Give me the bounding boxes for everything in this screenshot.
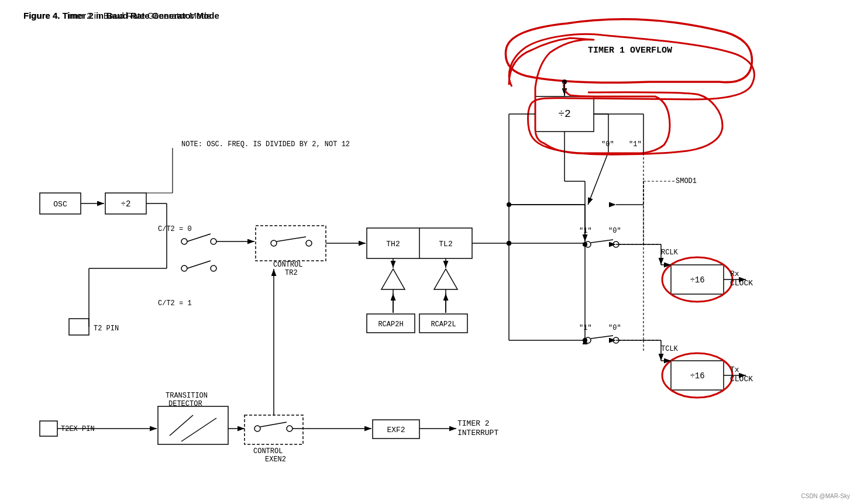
svg-line-59 [591,336,613,339]
svg-point-20 [211,265,216,271]
svg-point-11 [211,239,216,244]
rclk-label: RCLK [661,248,679,257]
ct2-0-label: C/T2 = 0 [158,225,192,233]
osc-label: OSC [53,200,67,209]
tr2-label: TR2 [285,269,298,277]
timer2-int-label2: INTERRUPT [457,429,498,437]
svg-marker-30 [381,269,405,289]
t2pin-text: T2 PIN [94,325,119,333]
detector-label: DETECTOR [168,400,202,408]
t2ex-label: T2EX PIN [61,425,95,433]
smod1-label: SMOD1 [676,177,697,185]
div16-rx-label: ÷16 [690,275,704,285]
page-container: Figure 4. Timer 2 in Baud Rate Generator… [0,0,857,504]
transition-label: TRANSITION [166,392,208,400]
val1-div2-label: "1" [629,140,642,149]
svg-rect-87 [245,415,303,444]
svg-rect-82 [40,421,57,436]
div2-left-label: ÷2 [121,199,131,209]
svg-rect-23 [256,226,326,261]
svg-point-24 [271,240,277,246]
svg-rect-78 [158,406,228,444]
tx-label: Tx [730,365,739,374]
val1-upper-label: "1" [579,227,592,235]
val0-div2-label: "0" [601,140,614,149]
svg-line-93 [256,261,274,269]
timer2-int-label1: TIMER 2 [457,419,490,428]
control-exen2-label: CONTROL [253,447,283,455]
rcap2l-label: RCAP2L [431,320,456,329]
rcap2h-label: RCAP2H [378,320,403,329]
svg-point-26 [306,240,312,246]
timer1-overflow-label: TIMER 1 OVERFLOW [588,46,672,56]
svg-line-10 [187,234,211,241]
tclk-label: TCLK [661,345,679,353]
note-text: NOTE: OSC. FREQ. IS DIVIDED BY 2, NOT 12 [181,140,350,149]
diagram-svg: OSC ÷2 NOTE: OSC. FREQ. IS DIVIDED BY 2,… [0,0,857,504]
val0-upper-label: "0" [608,227,621,235]
exen2-label: EXEN2 [265,455,286,464]
svg-line-76 [588,152,608,205]
watermark: CSDN @MAR-Sky [801,493,851,499]
tx-clock-label: CLOCK [730,375,753,384]
val1-lower-label: "1" [579,324,592,332]
div16-tx-label: ÷16 [690,371,704,381]
rx-clock-label: CLOCK [730,279,753,288]
svg-line-19 [187,261,211,268]
val0-lower-label: "0" [608,324,621,332]
exf2-label: EXF2 [387,426,405,434]
svg-point-9 [181,239,187,244]
svg-rect-13 [69,319,89,335]
tl2-label: TL2 [439,240,452,248]
svg-line-45 [591,240,613,243]
svg-point-18 [181,265,187,271]
figure-title-text: Figure 4. Timer 2 in Baud Rate Generator… [23,11,211,20]
figure-title: Figure 4. Timer 2 in Baud Rate Generator… [23,11,211,20]
ct2-1-label: C/T2 = 1 [158,299,192,308]
th2-label: TH2 [386,240,400,248]
rx-label: Rx [730,270,739,278]
control-tr2-label: CONTROL [273,261,302,269]
svg-marker-31 [434,269,457,289]
